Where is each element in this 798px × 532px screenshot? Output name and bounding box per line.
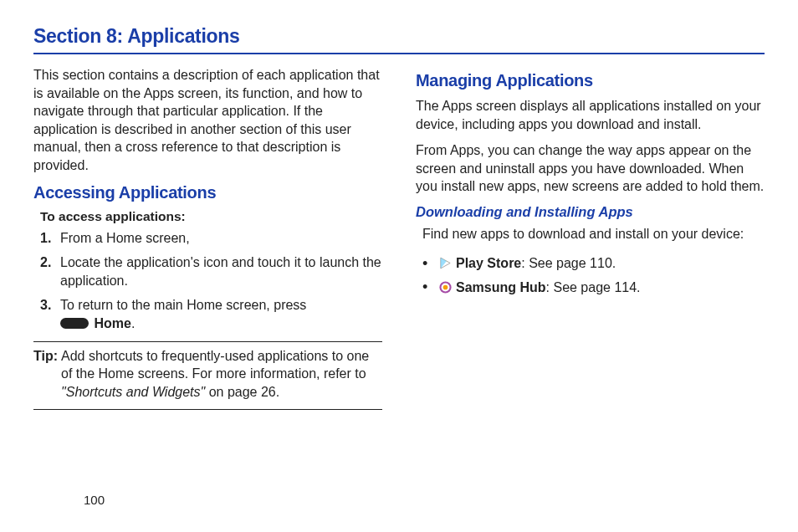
page-number: 100 bbox=[84, 493, 105, 507]
samsung-hub-icon bbox=[437, 280, 453, 295]
step-text-pre: To return to the main Home screen, press bbox=[60, 298, 306, 312]
bullet-dot: • bbox=[422, 252, 437, 276]
divider-main bbox=[33, 53, 765, 54]
step-text-post: . bbox=[131, 316, 135, 330]
section-title: Section 8: Applications bbox=[33, 25, 765, 48]
managing-p1: The Apps screen displays all application… bbox=[416, 97, 765, 133]
step-item: 3. To return to the main Home screen, pr… bbox=[40, 296, 382, 332]
play-store-name: Play Store bbox=[456, 256, 521, 270]
play-store-icon bbox=[437, 256, 453, 271]
samsung-hub-ref: : See page 114. bbox=[546, 280, 641, 294]
tip-block: Tip: Add shortcuts to frequently-used ap… bbox=[33, 347, 382, 402]
step-number: 3. bbox=[40, 296, 60, 332]
tip-divider-bottom bbox=[33, 409, 382, 410]
right-column: Managing Applications The Apps screen di… bbox=[416, 66, 765, 415]
bullet-dot: • bbox=[422, 275, 437, 299]
samsung-hub-name: Samsung Hub bbox=[456, 280, 546, 294]
tip-label: Tip: bbox=[33, 347, 58, 402]
step-text: From a Home screen, bbox=[60, 229, 382, 248]
heading-downloading: Downloading and Installing Apps bbox=[416, 204, 765, 220]
step-item: 2. Locate the application's icon and tou… bbox=[40, 253, 382, 289]
tip-pre: Add shortcuts to frequently-used applica… bbox=[61, 349, 369, 381]
home-key-icon bbox=[60, 318, 89, 329]
list-item: • Samsung Hub: See page 114. bbox=[422, 275, 765, 299]
heading-accessing: Accessing Applications bbox=[33, 183, 382, 202]
tip-body: Add shortcuts to frequently-used applica… bbox=[61, 347, 382, 402]
tip-ref: "Shortcuts and Widgets" bbox=[61, 385, 205, 399]
steps-list: 1. From a Home screen, 2. Locate the app… bbox=[40, 229, 382, 333]
app-sources-list: • Play Store: See page 110. • Samsung Hu… bbox=[422, 252, 765, 300]
tip-divider-top bbox=[33, 341, 382, 342]
left-column: This section contains a description of e… bbox=[33, 66, 382, 415]
step-number: 1. bbox=[40, 229, 60, 248]
downloading-intro: Find new apps to download and install on… bbox=[422, 225, 765, 243]
step-number: 2. bbox=[40, 253, 60, 289]
tip-post: on page 26. bbox=[205, 385, 279, 399]
home-label: Home bbox=[94, 316, 130, 330]
play-store-ref: : See page 110. bbox=[521, 256, 616, 270]
step-text: To return to the main Home screen, press… bbox=[60, 296, 382, 332]
content-columns: This section contains a description of e… bbox=[33, 66, 765, 415]
step-text: Locate the application's icon and touch … bbox=[60, 253, 382, 289]
step-item: 1. From a Home screen, bbox=[40, 229, 382, 248]
managing-p2: From Apps, you can change the way apps a… bbox=[416, 141, 765, 196]
to-access-label: To access applications: bbox=[40, 209, 382, 224]
svg-point-6 bbox=[442, 285, 448, 290]
intro-text: This section contains a description of e… bbox=[33, 66, 382, 175]
heading-managing: Managing Applications bbox=[416, 71, 765, 90]
list-item: • Play Store: See page 110. bbox=[422, 252, 765, 276]
